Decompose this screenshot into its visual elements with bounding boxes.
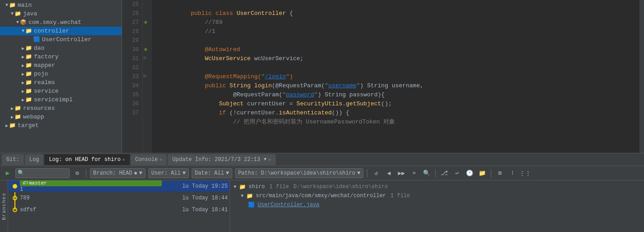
tab-update-info-label: Update Info: 2021/7/3 22:13 bbox=[172, 156, 260, 163]
tab-update-info[interactable]: Update Info: 2021/7/3 22:13 ▼ ✕ bbox=[168, 154, 275, 165]
tab-log-head[interactable]: Log: on HEAD for shiro ✕ bbox=[44, 154, 129, 165]
tree-label-main: main bbox=[18, 2, 32, 9]
arrow-resources: ▶ bbox=[11, 106, 14, 111]
arrow-controller: ▼ bbox=[22, 28, 24, 33]
grid-button[interactable]: ⊞ bbox=[495, 168, 505, 178]
tab-console[interactable]: Console ✕ bbox=[131, 154, 167, 165]
usercontroller-file-label[interactable]: UserController.java bbox=[258, 202, 320, 208]
folder-icon-resources: 📁 bbox=[14, 105, 21, 112]
commit-author-sdfsf: lu Today 18:41 bbox=[165, 207, 228, 213]
folder-button[interactable]: 📁 bbox=[477, 168, 487, 178]
folder-icon-webapp: 📁 bbox=[14, 114, 21, 120]
search-box[interactable]: 🔍 bbox=[15, 168, 70, 178]
separator-4 bbox=[491, 169, 491, 177]
branches-label: Branches bbox=[0, 180, 8, 232]
arrow-factory: ▶ bbox=[22, 54, 24, 60]
prev-button[interactable]: ◀ bbox=[384, 168, 394, 178]
tree-item-serviceimpl[interactable]: ▶ 📁 serviceimpl bbox=[0, 95, 122, 104]
tree-item-java[interactable]: ▼ 📁 java bbox=[0, 9, 122, 18]
tree-item-resources[interactable]: ▶ 📁 resources bbox=[0, 104, 122, 113]
ln-30: 30 bbox=[126, 45, 139, 54]
user-dropdown[interactable]: User: All ▼ bbox=[148, 168, 189, 178]
ln-31: 31 bbox=[126, 54, 139, 63]
tree-item-realms[interactable]: ▶ 📁 realms bbox=[0, 78, 122, 87]
tab-git[interactable]: Git: bbox=[2, 154, 24, 165]
tree-item-factory[interactable]: ▶ 📁 factory bbox=[0, 52, 122, 61]
tab-git-label: Git: bbox=[6, 156, 19, 163]
filter-button[interactable]: ⫶ bbox=[508, 168, 517, 178]
tab-log[interactable]: Log bbox=[25, 154, 44, 165]
branch-button[interactable]: ⎇ bbox=[439, 168, 449, 178]
tree-label-usercontroller: UserController bbox=[42, 36, 91, 43]
folder-icon-main: 📁 bbox=[9, 2, 16, 9]
log-toolbar: ▶ 🔍 ⚙ Branch: HEAD ◆ ▼ User: All ▼ Date:… bbox=[0, 166, 644, 180]
settings-button[interactable]: ⚙ bbox=[72, 168, 82, 178]
gutter-arrow-34: ▷ bbox=[144, 54, 147, 61]
tree-item-target[interactable]: ▶ 📁 target bbox=[0, 121, 122, 130]
commit-author-789: lu Today 18:44 bbox=[165, 195, 228, 201]
graph-col-789 bbox=[10, 192, 20, 204]
refresh-button[interactable]: ↺ bbox=[371, 168, 381, 178]
controller-file-count: 1 file bbox=[390, 193, 410, 199]
code-editor: 25 26 27 28 29 30 31 32 33 34 35 36 37 ◈… bbox=[122, 0, 644, 153]
search-button2[interactable]: 🔍 bbox=[422, 168, 432, 178]
arrow-realms: ▶ bbox=[22, 80, 24, 85]
tree-item-webapp[interactable]: ▶ 📁 webapp bbox=[0, 113, 122, 121]
tab-console-close[interactable]: ✕ bbox=[160, 157, 162, 162]
code-line-28 bbox=[155, 27, 636, 36]
commit-row-789[interactable]: 789 lu Today 18:44 bbox=[8, 192, 230, 204]
play-button[interactable]: ▶ bbox=[3, 168, 13, 178]
tree-item-package[interactable]: ▼ 📦 com.smxy.wechat bbox=[0, 18, 122, 27]
branch-label: Branch: HEAD bbox=[93, 170, 132, 176]
expand-arrow-controller[interactable]: ▼ bbox=[241, 194, 244, 199]
tree-item-service[interactable]: ▶ 📁 service bbox=[0, 87, 122, 95]
log-content: Branches 🏷 master 1 lu Tod bbox=[0, 180, 644, 232]
date-dropdown[interactable]: Date: All ▼ bbox=[192, 168, 232, 178]
tab-log-head-close[interactable]: ✕ bbox=[122, 157, 125, 162]
tabs-bar: Git: Log Log: on HEAD for shiro ✕ Consol… bbox=[0, 153, 644, 166]
branch-tag-label: master bbox=[29, 180, 47, 186]
ln-34: 34 bbox=[126, 81, 139, 90]
commit-row-sdfsf[interactable]: sdfsf lu Today 18:41 bbox=[8, 204, 230, 216]
folder-icon-target: 📁 bbox=[9, 122, 16, 129]
tree-item-usercontroller[interactable]: 🟦 UserController bbox=[0, 35, 122, 44]
more-button[interactable]: » bbox=[409, 168, 419, 178]
tree-item-main[interactable]: ▼ 📁 main bbox=[0, 1, 122, 9]
expand-arrow-shiro[interactable]: ▼ bbox=[234, 185, 236, 189]
tab-update-info-close[interactable]: ✕ bbox=[268, 157, 271, 162]
tree-item-mapper[interactable]: ▶ 📁 mapper bbox=[0, 61, 122, 70]
java-file-icon-right: 🟦 bbox=[248, 202, 255, 208]
arrow-target: ▶ bbox=[5, 123, 8, 128]
file-tree-sidebar: ▼ 📁 main ▼ 📁 java ▼ 📦 com.smxy.wechat ▼ … bbox=[0, 0, 122, 153]
graph-line-bottom-789 bbox=[14, 198, 15, 204]
clock-button[interactable]: 🕐 bbox=[465, 168, 475, 178]
columns-button[interactable]: ⋮⋮ bbox=[520, 168, 530, 178]
ln-26: 26 bbox=[126, 9, 139, 18]
search-input[interactable] bbox=[24, 170, 65, 176]
arrow-mapper: ▶ bbox=[22, 63, 24, 68]
gutter-bookmark-33: ◈ bbox=[144, 45, 147, 53]
code-line-27: //1 bbox=[155, 18, 636, 27]
scroll-bar[interactable] bbox=[639, 0, 644, 153]
commit-row-1[interactable]: 🏷 master 1 lu Today 19:25 bbox=[8, 180, 230, 192]
commit-author-1: lu Today 19:25 bbox=[165, 183, 228, 189]
tree-item-dao[interactable]: ▶ 📁 dao bbox=[0, 44, 122, 52]
tree-item-controller[interactable]: ▼ 📁 controller bbox=[0, 27, 122, 35]
folder-icon-serviceimpl: 📁 bbox=[25, 96, 32, 103]
arrow-service: ▶ bbox=[22, 89, 24, 94]
code-content[interactable]: public class UserController { //789 //1 … bbox=[152, 0, 639, 153]
branch-dropdown[interactable]: Branch: HEAD ◆ ▼ bbox=[90, 168, 146, 178]
commit-log-left: 🏷 master 1 lu Today 19:25 bbox=[8, 180, 230, 232]
folder-icon-shiro: 📁 bbox=[239, 184, 246, 190]
ln-29: 29 bbox=[126, 36, 139, 45]
undo-button[interactable]: ↩ bbox=[452, 168, 462, 178]
arrow-pojo: ▶ bbox=[22, 71, 24, 77]
folder-icon-controller-right: 📁 bbox=[246, 193, 253, 199]
tree-label-dao: dao bbox=[34, 45, 44, 52]
paths-dropdown[interactable]: Paths: D:\workspace\idea\shiro\shiro ▼ bbox=[235, 168, 363, 178]
dropdown-arrow-icon: ▼ bbox=[264, 157, 267, 162]
tree-item-pojo[interactable]: ▶ 📁 pojo bbox=[0, 70, 122, 78]
commit-msg-1: 🏷 master 1 bbox=[20, 180, 165, 193]
next-button[interactable]: ▶▶ bbox=[396, 168, 406, 178]
commit-log-right: ▼ 📁 shiro 1 file D:\workspace\idea\shiro… bbox=[230, 180, 644, 232]
